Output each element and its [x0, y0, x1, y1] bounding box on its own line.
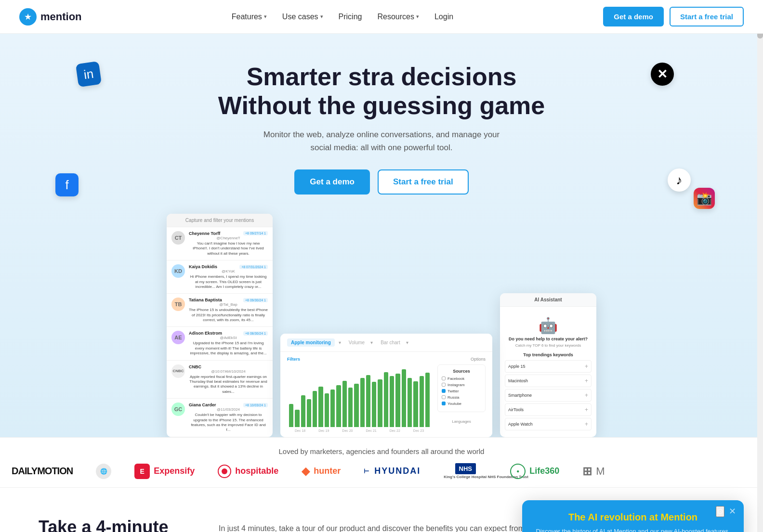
avatar: AE [171, 331, 185, 344]
facebook-icon: f [55, 173, 79, 196]
microsoft-icon: ⊞ [582, 465, 592, 478]
add-keyword-icon[interactable]: + [585, 377, 588, 384]
nav-features[interactable]: Features ▾ [232, 13, 267, 21]
logos-tagline: Loved by marketers, agencies and founder… [0, 447, 763, 455]
mentions-screenshot: Capture and filter your mentions CT Chey… [167, 214, 273, 437]
logos-row: DAILYMOTION 🌐 E Expensify hospitable ◆ h… [0, 463, 763, 480]
filter-checkbox[interactable] [442, 395, 446, 399]
mention-name: Adison Ekstrom [189, 331, 222, 336]
logo-hunter: ◆ hunter [302, 465, 341, 478]
add-keyword-icon[interactable]: + [585, 406, 588, 413]
bar [402, 369, 406, 427]
logo-nhs: NHS King's College Hospital NHS Foundati… [444, 463, 487, 480]
bar [366, 375, 370, 427]
start-trial-button[interactable]: Start a free trial [670, 7, 744, 26]
chevron-down-icon: ▾ [264, 13, 267, 20]
chevron-down-icon: ▾ [416, 13, 419, 20]
bar [325, 393, 329, 427]
robot-icon: 🤖 [505, 316, 592, 335]
avatar: TB [171, 298, 185, 311]
ai-section-title: Top trendings keywords [505, 352, 592, 357]
chart-area: Dec 18 Dec 19 Dec 20 Dec 21 Dec 22 Dec 2… [287, 364, 486, 432]
avatar: CNBC [171, 364, 185, 378]
filter-item: Twitter [442, 389, 481, 393]
logo-life360: ● Life360 [510, 464, 559, 479]
nav-login[interactable]: Login [434, 13, 453, 21]
mention-name: Giana Carder [189, 402, 216, 407]
bar [395, 374, 400, 427]
nav-use-cases[interactable]: Use cases ▾ [282, 13, 323, 21]
logo-circle: 🌐 [96, 464, 111, 479]
bar [330, 389, 335, 427]
filter-checkbox[interactable] [442, 389, 446, 393]
filter-checkbox[interactable] [442, 383, 446, 387]
logo-icon: ★ [19, 8, 37, 26]
chart-sidebar: Sources Facebook Instagram [437, 364, 486, 432]
bar [307, 399, 311, 427]
filter-item: Instagram [442, 383, 481, 387]
avatar: CT [171, 231, 185, 245]
avatar: GC [171, 402, 185, 416]
logo-text: mention [40, 11, 82, 23]
hero-section: Smarter stra decisions Without the guess… [0, 34, 763, 437]
filter-item: Youtube [442, 402, 481, 406]
hero-trial-button[interactable]: Start a free trial [378, 169, 469, 195]
get-demo-button[interactable]: Get a demo [603, 7, 664, 26]
ai-question: Do you need help to create your alert? [505, 337, 592, 341]
logo[interactable]: ★ mention [19, 8, 82, 26]
hero-demo-button[interactable]: Get a demo [294, 169, 370, 195]
hospitable-icon [218, 465, 231, 478]
ai-assistant-screenshot: AI Assistant 🤖 Do you need help to creat… [500, 293, 596, 437]
add-keyword-icon[interactable]: + [585, 363, 588, 370]
hero-screenshots: Capture and filter your mentions CT Chey… [19, 214, 744, 437]
mention-name: CNBC [189, 364, 201, 369]
mention-item: TB Tatiana Baptista +8 09/30/24 1 @Tat_B… [167, 294, 273, 327]
scrollbar[interactable] [757, 0, 763, 532]
mention-badge: +8 09/27/14 1 [243, 231, 268, 235]
nav-resources[interactable]: Resources ▾ [377, 13, 419, 21]
mention-item: CNBC CNBC @10:07AM/10/2024 Apple reporte… [167, 361, 273, 399]
ai-keyword-item: Apple 15 + [505, 360, 592, 373]
chart-tab: Apple monitoring [287, 338, 335, 347]
bar [408, 378, 412, 427]
mention-badge: +8 10/03/24 1 [243, 403, 268, 407]
bar [289, 404, 293, 427]
chart-filters-panel: Sources Facebook Instagram [437, 364, 486, 412]
popup-subtitle: Discover the history of AI at Mention an… [536, 527, 730, 532]
filter-item: Facebook [442, 376, 481, 381]
filter-checkbox[interactable] [442, 376, 446, 380]
chart-xaxis: Dec 18 Dec 19 Dec 20 Dec 21 Dec 22 Dec 2… [287, 427, 432, 432]
bar [360, 378, 365, 427]
logos-strip: Loved by marketers, agencies and founder… [0, 437, 763, 488]
bar [372, 382, 376, 427]
bar [420, 376, 424, 427]
hero-title: Smarter stra decisions Without the guess… [19, 63, 744, 120]
popup-settings-icon[interactable]: ⚙ [716, 506, 724, 517]
ai-keyword-item: AirTools + [505, 403, 592, 416]
logo-microsoft: ⊞ M [582, 465, 605, 478]
add-keyword-icon[interactable]: + [585, 392, 588, 399]
logo-hyundai: ⊢ HYUNDAI [364, 466, 421, 476]
hero-buttons: Get a demo Start a free trial [19, 169, 744, 195]
ai-header: AI Assistant [500, 293, 596, 307]
life360-icon: ● [510, 464, 526, 479]
ai-body: 🤖 Do you need help to create your alert?… [500, 307, 596, 437]
popup-title: The AI revolution at Mention [536, 512, 730, 523]
bar [342, 381, 347, 427]
ai-revolution-popup: ⚙ ✕ The AI revolution at Mention Discove… [522, 500, 744, 532]
add-keyword-icon[interactable]: + [585, 421, 588, 428]
mention-item: CT Cheyenne Torff +8 09/27/14 1 @Cheyenn… [167, 227, 273, 260]
avatar: KD [171, 264, 185, 278]
mention-name: Kaiya Dokidis [189, 264, 217, 269]
bar [425, 373, 430, 427]
bar [378, 379, 382, 427]
chart-body: Filters Options Dec 18 Dec 19 Dec 20 Dec… [280, 352, 492, 437]
nav-links: Features ▾ Use cases ▾ Pricing Resources… [232, 13, 453, 21]
mention-badge: +8 07/31/2024 1 [239, 265, 268, 269]
popup-close-button[interactable]: ✕ [729, 506, 736, 517]
bottom-left: Take a 4-minutetour of our product [39, 517, 196, 532]
bar [313, 391, 317, 427]
mention-item: KD Kaiya Dokidis +8 07/31/2024 1 @KYoK H… [167, 260, 273, 294]
filter-checkbox[interactable] [442, 402, 446, 405]
nav-pricing[interactable]: Pricing [339, 13, 362, 21]
